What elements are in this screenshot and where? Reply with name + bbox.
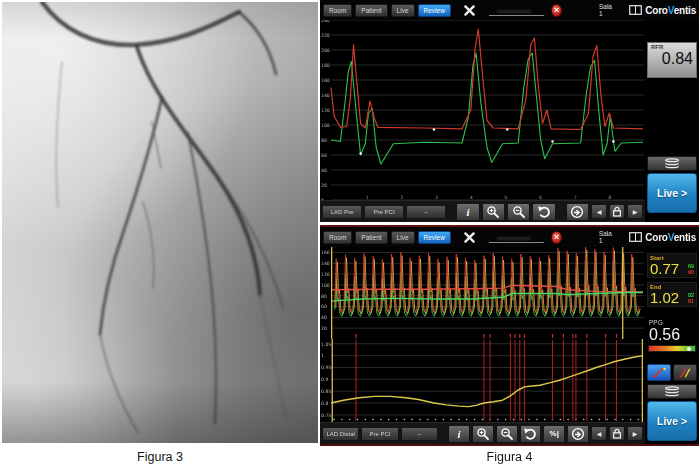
svg-text:20: 20 xyxy=(321,326,327,331)
svg-text:4: 4 xyxy=(470,195,473,200)
svg-text:8: 8 xyxy=(608,195,611,200)
undo-icon xyxy=(537,205,551,218)
svg-text:160: 160 xyxy=(321,250,330,255)
ppg-label: PPG xyxy=(649,319,695,326)
svg-text:120: 120 xyxy=(321,272,330,277)
svg-text:100: 100 xyxy=(321,283,330,288)
chart-column: 2402202001801601401201008060402001234567… xyxy=(320,20,645,222)
tab-live[interactable]: Live xyxy=(391,231,415,244)
svg-text:40: 40 xyxy=(321,168,327,173)
lock-button[interactable] xyxy=(609,426,625,441)
prev-button[interactable]: ◀ xyxy=(591,426,607,441)
tab-patient[interactable]: Patient xyxy=(355,231,387,244)
close-icon[interactable]: × xyxy=(551,4,562,17)
nav-group: ◀ ▶ xyxy=(591,426,643,441)
patient-info-field[interactable] xyxy=(489,231,545,243)
zoom-in-button[interactable] xyxy=(482,203,505,221)
sidebar: Start 0.77 69 90 End 1.02 xyxy=(645,247,699,444)
tools-icon[interactable] xyxy=(463,230,476,245)
svg-text:200: 200 xyxy=(321,48,330,53)
logbook-icon[interactable] xyxy=(629,4,642,16)
live-button[interactable]: Live > xyxy=(647,401,697,441)
zoom-in-button[interactable] xyxy=(472,425,494,443)
sidebar: RFR 0.84 Live > xyxy=(645,20,699,222)
pullback-ratio-chart[interactable]: 1.0510.950.90.850.80.75 xyxy=(320,339,645,422)
coroventis-logo: CoroVentis xyxy=(645,5,696,16)
angiogram-image xyxy=(2,2,318,443)
lock-icon xyxy=(612,428,622,439)
svg-text:140: 140 xyxy=(321,93,330,98)
dash-button[interactable]: – xyxy=(401,427,438,441)
prev-icon: ◀ xyxy=(597,208,602,215)
study-phase-button[interactable]: Pre PCI xyxy=(361,427,398,441)
ppg-marker xyxy=(687,347,691,351)
patient-info-field[interactable] xyxy=(489,4,545,16)
next-button[interactable]: ▶ xyxy=(627,426,643,441)
tab-room[interactable]: Room xyxy=(323,231,352,244)
normalize-button[interactable]: %| xyxy=(543,425,565,443)
svg-text:20: 20 xyxy=(321,183,327,188)
nav-group: ◀ ▶ xyxy=(591,204,643,219)
rfr-value: 0.84 xyxy=(651,50,693,68)
svg-text:180: 180 xyxy=(321,63,330,68)
undo-icon xyxy=(523,427,537,440)
svg-text:0.9: 0.9 xyxy=(321,377,328,382)
tab-live[interactable]: Live xyxy=(391,4,415,17)
pressure-chart[interactable]: 2402202001801601401201008060402001234567… xyxy=(320,20,645,200)
live-button[interactable]: Live > xyxy=(647,173,697,213)
tab-review[interactable]: Review xyxy=(418,231,451,244)
sigmoid-curve-button[interactable] xyxy=(647,364,671,381)
normalize-icon: %| xyxy=(550,429,559,438)
svg-text:160: 160 xyxy=(321,78,330,83)
svg-text:80: 80 xyxy=(321,294,327,299)
prev-icon: ◀ xyxy=(597,430,602,437)
info-icon: i xyxy=(457,428,460,440)
panel-pullback: Room Patient Live Review × Sala 1 CoroVe… xyxy=(320,225,699,446)
info-button[interactable]: i xyxy=(456,203,479,221)
lock-icon xyxy=(612,206,622,217)
prev-button[interactable]: ◀ xyxy=(591,204,607,219)
lock-button[interactable] xyxy=(609,204,625,219)
recording-name-button[interactable]: LAD Pre xyxy=(322,205,362,219)
tab-review[interactable]: Review xyxy=(418,4,451,17)
export-icon xyxy=(571,427,585,441)
pullback-pressure-chart[interactable]: 16014012010080604020 xyxy=(320,247,645,339)
export-button[interactable] xyxy=(566,203,589,221)
room-label: Sala 1 xyxy=(599,3,613,17)
panel-body: 16014012010080604020 1.0510.950.90.850.8… xyxy=(320,247,699,444)
figure-caption-left: Figura 3 xyxy=(2,450,318,464)
export-button[interactable] xyxy=(567,425,589,443)
logbook-icon[interactable] xyxy=(629,231,642,243)
svg-text:1.05: 1.05 xyxy=(321,342,331,347)
info-button[interactable]: i xyxy=(448,425,470,443)
close-icon[interactable]: × xyxy=(551,231,562,244)
undo-button[interactable] xyxy=(532,203,555,221)
chart-column: 16014012010080604020 1.0510.950.90.850.8… xyxy=(320,247,645,444)
ppg-gradient-bar xyxy=(648,345,696,352)
dual-curve-button[interactable] xyxy=(673,364,697,381)
zoom-out-icon xyxy=(512,205,526,219)
svg-text:60: 60 xyxy=(321,153,327,158)
svg-text:0.75: 0.75 xyxy=(321,413,331,418)
tab-room[interactable]: Room xyxy=(323,4,352,17)
end-value-box: End 1.02 82 81 xyxy=(647,282,697,307)
recording-name-button[interactable]: LAD Distal xyxy=(322,427,359,441)
dash-button[interactable]: – xyxy=(406,205,446,219)
svg-text:80: 80 xyxy=(321,138,327,143)
tab-patient[interactable]: Patient xyxy=(355,4,387,17)
svg-text:7: 7 xyxy=(574,195,577,200)
recordings-list-button[interactable] xyxy=(647,156,697,171)
stacked-records-icon xyxy=(664,158,680,169)
svg-text:60: 60 xyxy=(321,304,327,309)
next-button[interactable]: ▶ xyxy=(627,204,643,219)
dual-curve-icon xyxy=(677,367,693,379)
zoom-out-button[interactable] xyxy=(496,425,518,443)
svg-text:40: 40 xyxy=(321,315,327,320)
ppg-block: PPG 0.56 xyxy=(647,319,697,343)
recordings-list-button[interactable] xyxy=(647,384,697,399)
zoom-out-button[interactable] xyxy=(507,203,530,221)
study-phase-button[interactable]: Pre PCI xyxy=(364,205,404,219)
next-icon: ▶ xyxy=(633,208,638,215)
undo-button[interactable] xyxy=(520,425,542,443)
tools-icon[interactable] xyxy=(463,3,476,18)
